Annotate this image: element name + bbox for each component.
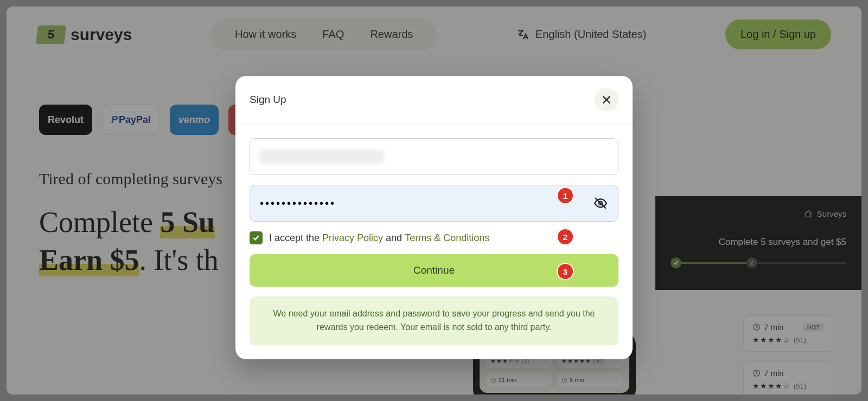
page: 5 surveys How it works FAQ Rewards Engli… (7, 7, 861, 394)
redacted-email (259, 150, 384, 164)
privacy-policy-link[interactable]: Privacy Policy (322, 232, 383, 243)
close-icon (601, 94, 612, 106)
annotation-1: 1 (558, 188, 573, 203)
eye-off-icon (593, 196, 608, 210)
modal-title: Sign Up (250, 94, 286, 106)
annotation-2: 2 (558, 229, 573, 244)
info-note: We need your email address and password … (250, 296, 618, 345)
annotation-3: 3 (558, 264, 573, 279)
toggle-password-visibility[interactable] (593, 196, 608, 210)
terms-checkbox[interactable] (250, 231, 263, 244)
signup-modal: Sign Up (235, 76, 633, 359)
check-icon (252, 234, 260, 242)
modal-overlay: Sign Up (7, 7, 861, 394)
terms-text: I accept the Privacy Policy and Terms & … (269, 232, 489, 244)
close-button[interactable] (595, 88, 618, 112)
terms-conditions-link[interactable]: Terms & Conditions (405, 232, 489, 243)
email-field-wrapper (250, 138, 618, 175)
